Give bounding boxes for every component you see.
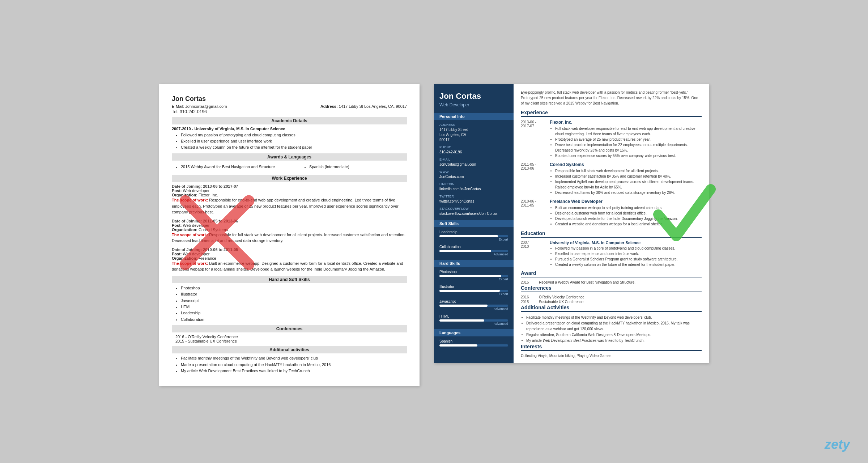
conf-section-header: Conferences — [172, 325, 407, 332]
skill-javascript-name: Javascript — [439, 300, 508, 303]
address-label: Address — [439, 123, 508, 127]
address-value: 1417 Libby StreetLos Angeles, CA90017 — [439, 127, 508, 143]
skill-illustrator-bar-bg — [439, 290, 508, 292]
skill-html: HTML Advanced — [439, 314, 508, 326]
exp1-dates: 2013-06 -2017-07 — [521, 120, 546, 158]
language-item: Spanish (intermediate) — [309, 164, 407, 170]
edu1-bullets: Followed my passion in a core of prototy… — [550, 246, 702, 267]
skill-javascript-label: Advanced — [439, 307, 508, 311]
skill-collaboration: Collaboration — [181, 317, 407, 322]
exp1-company: Flexor, Inc. — [550, 120, 702, 125]
edu1-content: University of Virginia, M.S. in Computer… — [550, 241, 702, 267]
exp3-b3: Developed a launch website for the Indie… — [555, 216, 702, 221]
add-act-1: Facilitate monthly meetings of the Webfi… — [526, 315, 702, 320]
right-summary: Eye-poppingly prolific, full stack web d… — [521, 90, 702, 106]
exp2-b1: Responsible for full stack web developme… — [555, 168, 702, 174]
skill-illustrator: Illustrator — [181, 292, 407, 297]
academic-bullet-3: Created a weekly column on the future of… — [181, 145, 407, 150]
edu1-dates: 2007 -2010 — [521, 241, 546, 267]
exp-entry-3: 2010-06 -2011-05 Freelance Web Developer… — [521, 199, 702, 227]
skill-collaboration: Collaboration Advanced — [439, 245, 508, 256]
skill-photoshop-bar-bg — [439, 275, 508, 277]
skill-photoshop: Photoshop Expert — [439, 270, 508, 281]
exp3-b4: Created a website and donations webapp f… — [555, 221, 702, 227]
exp2-content: Corend Systems Responsible for full stac… — [550, 162, 702, 195]
additional-activities: Facilitate monthly meetings of the Webfi… — [521, 315, 702, 344]
skill-collaboration-name: Collaboration — [439, 245, 508, 249]
edu1-b1: Followed my passion in a core of prototy… — [555, 246, 702, 251]
left-address: Address: 1417 Libby St Los Angeles, CA, … — [320, 104, 407, 109]
skill-collaboration-bar-bg — [439, 250, 508, 252]
award-text: Received a Webby Award for Best Navigati… — [539, 280, 635, 284]
email-label: E-mail — [439, 158, 508, 161]
skill-photoshop-bar-fill — [439, 275, 501, 277]
exp1-b1: Full stack web developer responsible for… — [555, 126, 702, 137]
skill-leadership-name: Leadership — [439, 230, 508, 234]
twitter-label: Twitter — [439, 195, 508, 198]
skill-illustrator: Illustrator Expert — [439, 285, 508, 296]
exp3-b2: Designed a customer web form for a local… — [555, 211, 702, 216]
add-act-3: Regular attendee, Southern California We… — [526, 332, 702, 338]
conf-2: 2015 - Sustainable UX Conference — [175, 339, 407, 343]
work1-scope: The scope of work: Responsible for end-t… — [172, 197, 407, 215]
right-main: Eye-poppingly prolific, full stack web d… — [514, 84, 709, 363]
languages-title: Languages — [434, 329, 514, 336]
interests-title: Interests — [521, 344, 702, 351]
skill-illustrator-bar-fill — [439, 290, 500, 292]
academic-section-header: Academic Details — [172, 117, 407, 124]
exp-entry-1: 2013-06 -2017-07 Flexor, Inc. Full stack… — [521, 120, 702, 158]
skill-illustrator-label: Expert — [439, 292, 508, 296]
exp1-b2: Prototyped an average of 25 new product … — [555, 137, 702, 142]
skill-html: HTML — [181, 304, 407, 310]
www-label: WWW — [439, 170, 508, 174]
skill-spanish-bar-fill — [439, 344, 477, 347]
right-sidebar: Jon Cortas Web Developer Personal Info A… — [434, 84, 514, 363]
www-value: JonCortas.com — [439, 174, 508, 179]
conf-entry-1: 2016 O'Reilly Velocity Conference — [521, 295, 702, 299]
academic-bullet-2: Excelled in user experience and user int… — [181, 139, 407, 144]
skill-html-label: Advanced — [439, 322, 508, 326]
email-value: JonCortas@gmail.com — [439, 162, 508, 167]
right-title: Web Developer — [439, 102, 508, 107]
conferences-title: Conferences — [521, 285, 702, 292]
award-entry: 2015 Received a Webby Award for Best Nav… — [521, 280, 702, 284]
skill-leadership-label: Expert — [439, 238, 508, 241]
skill-javascript: Javascript — [181, 298, 407, 303]
exp-entry-2: 2011-05 -2013-06 Corend Systems Responsi… — [521, 162, 702, 195]
work-entry-1: Date of Joining: 2013-06 to 2017-07 Post… — [172, 184, 407, 215]
work2-post: Post: Web developer — [172, 223, 407, 228]
skill-spanish-bar-bg — [439, 344, 508, 347]
language-list: Spanish (intermediate) — [300, 164, 407, 170]
edu1-b4: Created a weekly column on the future of… — [555, 262, 702, 267]
add-act-4: My article Web Development Best Practice… — [526, 338, 702, 344]
awards-section-header: Awards & Languages — [172, 153, 407, 161]
work3-date: Date of Joining: 2010-06 to 2011-05 — [172, 247, 407, 252]
skill-collaboration-bar-fill — [439, 250, 491, 252]
skill-photoshop-label: Expert — [439, 277, 508, 281]
skill-photoshop: Photoshop — [181, 285, 407, 291]
academic-bullets: Followed my passion of prototyping and c… — [172, 132, 407, 150]
phone-label: Phone — [439, 145, 508, 149]
work-entry-3: Date of Joining: 2010-06 to 2011-05 Post… — [172, 247, 407, 272]
work1-post: Post: Web developer — [172, 188, 407, 193]
additional-2: Made a presentation on cloud computing a… — [181, 362, 407, 368]
work3-post: Post: Web developer — [172, 252, 407, 256]
stackoverflow-value: stackoverflow.com/users/Jon-Cortas — [439, 211, 508, 216]
exp1-bullets: Full stack web developer responsible for… — [550, 126, 702, 158]
conf-1: 2016 - O'Reilly Velocity Conference — [175, 335, 407, 339]
exp2-bullets: Responsible for full stack web developme… — [550, 168, 702, 195]
skill-leadership-bar-bg — [439, 235, 508, 237]
additional-list: Facilitate monthly meetings of the Webfi… — [172, 356, 407, 374]
work1-date: Date of Joining: 2013-06 to 2017-07 — [172, 184, 407, 188]
skills-section-header: Hard and Soft Skills — [172, 276, 407, 283]
left-email: E-Mail: Johncortas@gmail.com — [172, 104, 227, 109]
edu1-school: University of Virginia, M.S. in Computer… — [550, 241, 702, 245]
exp3-content: Freelance Web Developer Built an ecommer… — [550, 199, 702, 227]
work2-org: Organization: Corend Systems — [172, 228, 407, 232]
work2-scope: The scope of work: Responsible for full … — [172, 232, 407, 244]
work-section-header: Work Experience — [172, 175, 407, 182]
conf-entry-2: 2015 Sustainable UX Conference — [521, 300, 702, 304]
skill-html-name: HTML — [439, 314, 508, 318]
exp2-b4: Decreased lead times by 30% and reduced … — [555, 190, 702, 195]
exp2-company: Corend Systems — [550, 162, 702, 167]
